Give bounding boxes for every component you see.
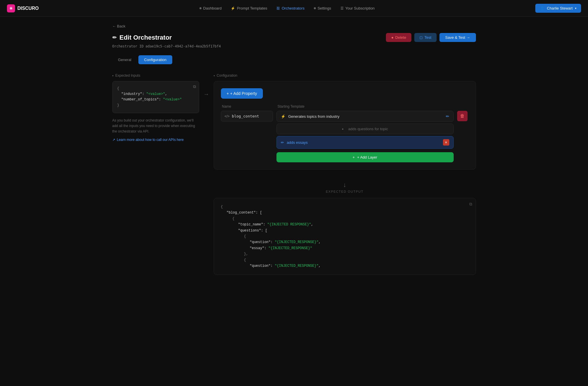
nav-subscription[interactable]: ☰ Your Subscription [340, 6, 375, 10]
page-title: ✏ Edit Orchestrator [112, 34, 172, 41]
plus-icon: + [227, 91, 229, 96]
subscription-icon: ☰ [340, 6, 344, 10]
copy-output-button[interactable]: ⧉ [469, 202, 472, 207]
nav-prompt-templates[interactable]: ⚡ Prompt Templates [231, 6, 267, 10]
layer-middle-text: adds questions for topic [348, 127, 388, 131]
inputs-info-text: As you build out your orchestrator confi… [112, 118, 199, 135]
right-arrow-icon: → [204, 91, 209, 98]
expected-inputs-code: ⧉ { "industry": "<value>", "number_of_to… [112, 81, 199, 113]
lightning-layer-icon: ⚡ [281, 114, 285, 119]
save-test-button[interactable]: Save & Test → [439, 33, 476, 42]
trash-icon: 🗑 [460, 113, 465, 119]
plus-layer-icon: + [353, 155, 355, 159]
config-content: + + Add Property Name Starting Template … [214, 81, 476, 170]
nav-settings[interactable]: Settings [314, 6, 331, 10]
configuration-label: Configuration [214, 73, 476, 78]
delete-icon: ● [391, 35, 393, 40]
layers-stack: ⚡ Generates topics from industry ✏ ● add… [276, 111, 454, 162]
logo-icon: ✳ [7, 4, 15, 12]
orchestrator-id-row: Orchestrator ID adae19c5-cab7-4942-a74d-… [112, 44, 476, 48]
nav-dashboard[interactable]: Dashboard [199, 6, 222, 10]
layer-selected[interactable]: ✏ adds essays × [276, 136, 454, 149]
layer-starting-text: Generates topics from industry [288, 114, 340, 119]
settings-icon [314, 7, 316, 9]
expected-inputs-label: Expected Inputs [112, 73, 199, 78]
main-content: ← Back ✏ Edit Orchestrator ● Delete ◻ Te… [103, 17, 485, 282]
external-link-icon: ↗ [112, 138, 115, 142]
expected-output-label: EXPECTED OUTPUT [326, 190, 363, 193]
layer-starting[interactable]: ⚡ Generates topics from industry ✏ [276, 111, 454, 122]
add-layer-button[interactable]: + + Add Layer [276, 152, 454, 162]
dot-layer-icon: ● [342, 127, 344, 130]
nav-right: 👤 Charlie Stewart ▾ [535, 4, 581, 13]
test-icon: ◻ [420, 35, 423, 40]
layer-close-button[interactable]: × [443, 139, 449, 146]
col-name-header: Name [222, 104, 274, 109]
test-button[interactable]: ◻ Test [414, 33, 437, 42]
nav-links: Dashboard ⚡ Prompt Templates ⛓ Orchestra… [199, 6, 375, 10]
configuration-panel: Configuration + + Add Property Name Star… [214, 73, 476, 275]
user-menu-button[interactable]: 👤 Charlie Stewart ▾ [535, 4, 581, 13]
main-layout: Expected Inputs ⧉ { "industry": "<value>… [112, 73, 476, 275]
delete-property-button[interactable]: 🗑 [457, 111, 468, 121]
page-header: ✏ Edit Orchestrator ● Delete ◻ Test Save… [112, 33, 476, 42]
back-link[interactable]: ← Back [112, 24, 126, 28]
property-row: </> blog_content ⚡ Generates topics from… [221, 111, 469, 162]
output-down-arrow: ↓ [343, 181, 346, 189]
app-name: DISCURO [17, 6, 39, 11]
tab-configuration[interactable]: Configuration [138, 55, 172, 64]
edit-icon: ✏ [112, 34, 117, 41]
nav-orchestrators[interactable]: ⛓ Orchestrators [276, 6, 305, 10]
edit-layer-icon: ✏ [281, 140, 284, 145]
add-property-button[interactable]: + + Add Property [221, 88, 263, 99]
col-template-header: Starting Template [278, 104, 453, 109]
navigation: ✳ DISCURO Dashboard ⚡ Prompt Templates ⛓… [0, 0, 588, 17]
chain-icon: ⛓ [276, 6, 280, 10]
logo: ✳ DISCURO [7, 4, 39, 12]
tab-bar: General Configuration [112, 55, 476, 64]
learn-more-link[interactable]: ↗ Learn more about how to call our APIs … [112, 138, 199, 142]
layer-middle[interactable]: ● adds questions for topic [276, 124, 454, 134]
tab-general[interactable]: General [112, 55, 137, 64]
dashboard-icon [199, 7, 202, 9]
lightning-icon: ⚡ [231, 6, 235, 10]
expected-output-code: ⧉ { "blog_content": [ { "topic_name": "{… [214, 198, 476, 275]
copy-inputs-button[interactable]: ⧉ [193, 84, 196, 89]
expected-output-section: ↓ EXPECTED OUTPUT ⧉ { "blog_content": [ … [214, 181, 476, 275]
config-column-headers: Name Starting Template [221, 104, 469, 109]
property-name-field[interactable]: </> blog_content [221, 111, 273, 122]
delete-button[interactable]: ● Delete [386, 33, 411, 42]
property-name-value: blog_content [232, 114, 259, 118]
user-icon: 👤 [540, 6, 545, 10]
arrow-connector: → [199, 73, 214, 98]
chevron-down-icon: ▾ [575, 7, 576, 10]
layer-starting-edit-button[interactable]: ✏ [446, 114, 449, 119]
expected-inputs-panel: Expected Inputs ⧉ { "industry": "<value>… [112, 73, 199, 142]
layer-selected-text: adds essays [287, 140, 308, 145]
code-tag-icon: </> [225, 114, 230, 118]
header-actions: ● Delete ◻ Test Save & Test → [386, 33, 476, 42]
